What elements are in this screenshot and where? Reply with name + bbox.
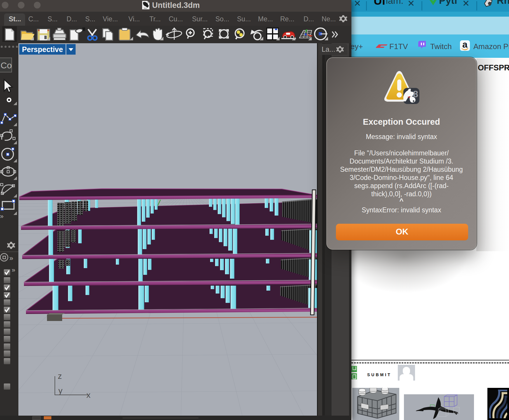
- svg-text:»: »: [0, 213, 4, 220]
- svg-text:y: y: [58, 386, 62, 395]
- svg-text:8: 8: [413, 89, 418, 99]
- svg-text:z: z: [58, 372, 62, 381]
- svg-text:3dm: 3dm: [144, 7, 147, 9]
- svg-text:Co: Co: [1, 60, 12, 70]
- svg-text:x: x: [86, 391, 90, 400]
- svg-text:»: »: [9, 254, 13, 262]
